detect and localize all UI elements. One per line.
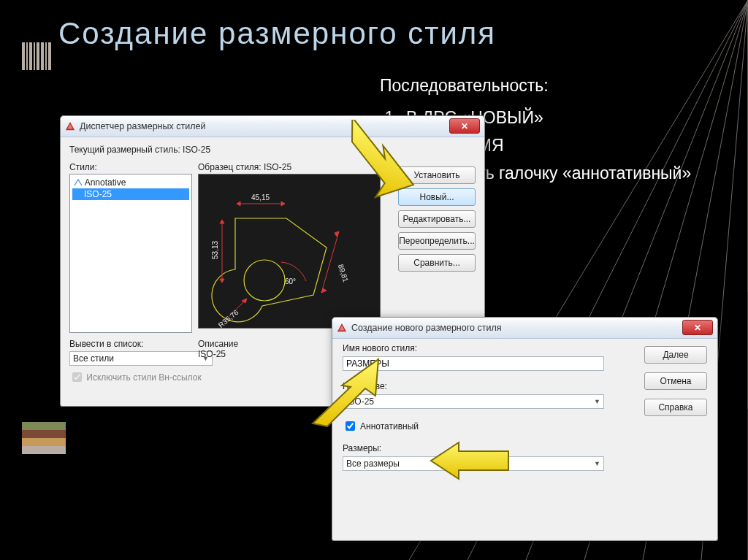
chevron-down-icon: ▼ [594,398,600,405]
use-for-value: Все размеры [346,459,400,469]
help-button[interactable]: Справка [644,399,707,416]
dialog-title: Диспетчер размерных стилей [80,121,205,131]
style-item-iso25[interactable]: ISO-25 [72,188,189,200]
override-button[interactable]: Переопределить... [398,232,476,250]
new-button[interactable]: Новый... [398,188,476,206]
base-style-value: ISO-25 [346,396,374,407]
svg-text:53,13: 53,13 [211,241,219,259]
svg-text:R35,76: R35,76 [217,308,240,328]
dialog-titlebar[interactable]: Диспетчер размерных стилей ✕ [61,116,484,137]
styles-listbox[interactable]: Annotative ISO-25 [69,174,192,333]
dialog-title: Создание нового размерного стиля [351,323,501,333]
slide-title: Создание размерного стиля [58,16,496,51]
base-style-select[interactable]: ISO-25 ▼ [343,394,604,409]
autocad-icon [337,323,347,333]
instructions-heading: Последовательность: [380,72,730,99]
close-button[interactable]: ✕ [682,320,713,335]
exclude-xref-checkbox[interactable]: Исключить стили Вн-ссылок [69,370,215,384]
cancel-button[interactable]: Отмена [644,372,707,390]
barcode-decoration [22,42,51,70]
style-preview: 45,15 53,13 89,81 60° R35,76 [198,174,381,329]
svg-text:89,81: 89,81 [337,263,350,283]
use-for-label: Размеры: [343,443,381,453]
style-item-annotative[interactable]: Annotative [72,177,189,188]
new-style-name-input[interactable] [343,356,604,371]
compare-button[interactable]: Сравнить... [398,254,476,272]
svg-point-9 [244,260,285,301]
modify-button[interactable]: Редактировать... [398,210,476,228]
list-label: Вывести в список: [69,339,215,349]
continue-button[interactable]: Далее [644,346,707,364]
style-item-label: ISO-25 [74,189,112,199]
create-new-dimstyle-dialog: Создание нового размерного стиля ✕ Имя н… [332,317,718,541]
preview-label: Образец стиля: ISO-25 [198,162,291,172]
dialog-titlebar[interactable]: Создание нового размерного стиля ✕ [332,318,717,339]
base-style-label: На основе: [343,381,387,391]
annotative-label: Аннотативный [360,421,419,431]
current-style-label: Текущий размерный стиль: ISO-25 [69,145,476,155]
use-for-select[interactable]: Все размеры ▼ [343,456,604,471]
list-select[interactable]: Все стили ▼ [69,351,213,366]
autocad-icon [65,121,75,131]
set-current-button[interactable]: Установить [398,166,476,184]
annotative-checkbox[interactable]: Аннотативный [343,419,614,433]
new-style-name-label: Имя нового стиля: [343,343,417,353]
svg-text:60°: 60° [285,277,296,285]
svg-text:45,15: 45,15 [251,193,270,202]
color-strip-decoration [22,422,66,454]
annotative-icon [74,179,83,186]
close-button[interactable]: ✕ [449,118,480,134]
list-select-value: Все стили [73,353,114,364]
style-item-label: Annotative [85,177,126,188]
chevron-down-icon: ▼ [594,460,600,467]
styles-label: Стили: [69,162,97,172]
svg-line-12 [321,231,339,293]
